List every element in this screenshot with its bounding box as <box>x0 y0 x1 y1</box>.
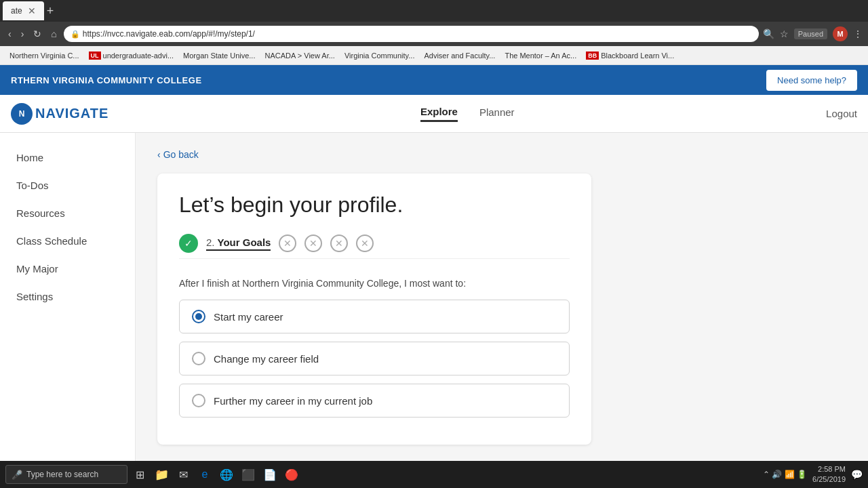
bookmark-va-community[interactable]: Virginia Community... <box>340 50 419 61</box>
radio-start-career[interactable] <box>192 310 205 323</box>
go-back-link[interactable]: ‹ Go back <box>157 149 846 160</box>
taskbar-pdf[interactable]: 📄 <box>260 465 279 484</box>
refresh-button[interactable]: ↻ <box>31 27 44 41</box>
url-text: https://nvcc.navigate.eab.com/app/#!/my/… <box>83 29 255 39</box>
profile-card: Let’s begin your profile. ✓ 2. Your Goal… <box>157 174 591 445</box>
step6-x-icon: ✕ <box>361 238 369 249</box>
step4-x-icon: ✕ <box>309 238 317 249</box>
file-explorer-icon: 📁 <box>155 468 169 482</box>
taskbar: 🎤 Type here to search ⊞ 📁 ✉ e 🌐 ⬛ 📄 🔴 ⌃ … <box>0 461 868 488</box>
pdf-icon: 📄 <box>263 468 277 481</box>
step5-indicator: ✕ <box>330 235 348 252</box>
new-tab-button[interactable]: + <box>47 4 54 18</box>
main-layout: Home To-Dos Resources Class Schedule My … <box>0 133 868 464</box>
taskbar-app2[interactable]: 🔴 <box>282 465 301 484</box>
sidebar-item-home[interactable]: Home <box>0 144 135 171</box>
nav-explore[interactable]: Explore <box>420 106 458 122</box>
bookmark-bb-icon: BB <box>586 52 599 60</box>
question-text: After I finish at Northern Virginia Comm… <box>179 278 570 289</box>
tab-bar: ate ✕ + <box>0 0 868 22</box>
forward-button[interactable]: › <box>18 27 27 41</box>
mail-icon: ✉ <box>179 468 188 481</box>
sidebar-item-my-major[interactable]: My Major <box>0 255 135 283</box>
option-change-career[interactable]: Change my career field <box>179 342 570 375</box>
nav-links: Explore Planner <box>420 106 515 122</box>
tab-title: ate <box>11 6 22 16</box>
taskbar-file-explorer[interactable]: 📁 <box>152 465 171 484</box>
sidebar-home-label: Home <box>16 152 43 163</box>
clock: 2:58 PM 6/25/2019 <box>812 464 846 485</box>
option-change-career-label: Change my career field <box>214 353 319 365</box>
bookmark-morgan-label: Morgan State Unive... <box>183 52 255 60</box>
option-start-career-label: Start my career <box>214 311 283 323</box>
taskbar-ie[interactable]: e <box>195 465 214 484</box>
bookmark-va-label: Virginia Community... <box>344 52 415 60</box>
bookmark-undergrad[interactable]: UL undergraduate-advi... <box>85 50 178 61</box>
radio-further-career[interactable] <box>192 394 205 407</box>
bookmark-mentor-label: The Mentor – An Ac... <box>505 52 576 60</box>
user-avatar[interactable]: M <box>833 26 848 41</box>
option-further-career[interactable]: Further my career in my current job <box>179 384 570 418</box>
search-icon[interactable]: 🔍 <box>763 28 774 39</box>
logo-circle: N <box>11 103 33 125</box>
taskbar-search[interactable]: 🎤 Type here to search <box>5 465 127 484</box>
sidebar-item-todos[interactable]: To-Dos <box>0 171 135 199</box>
go-back-label: Go back <box>163 149 199 160</box>
sidebar-my-major-label: My Major <box>16 263 58 274</box>
bookmark-icon[interactable]: ☆ <box>780 28 789 39</box>
app1-icon: ⬛ <box>241 468 255 481</box>
college-name: RTHERN VIRGINIA COMMUNITY COLLEGE <box>11 75 202 85</box>
search-mic-icon: 🎤 <box>12 470 22 480</box>
bookmark-ul-icon: UL <box>89 52 101 60</box>
paused-badge: Paused <box>794 28 827 39</box>
menu-icon[interactable]: ⋮ <box>853 28 863 39</box>
taskbar-mail[interactable]: ✉ <box>174 465 193 484</box>
step3-indicator: ✕ <box>279 235 296 252</box>
bookmark-blackboard[interactable]: BB Blackboard Learn Vi... <box>582 50 678 61</box>
tab-close-button[interactable]: ✕ <box>28 5 36 16</box>
taskbar-task-view[interactable]: ⊞ <box>130 465 149 484</box>
sidebar-settings-label: Settings <box>16 291 53 302</box>
bookmark-morgan[interactable]: Morgan State Unive... <box>179 50 259 61</box>
taskbar-chrome[interactable]: 🌐 <box>217 465 236 484</box>
tray-icons: ⌃ 🔊 📶 🔋 <box>763 470 807 479</box>
step6-indicator: ✕ <box>356 235 374 252</box>
option-further-career-label: Further my career in my current job <box>214 395 372 407</box>
page-title: Let’s begin your profile. <box>179 192 570 218</box>
home-button[interactable]: ⌂ <box>48 27 59 41</box>
bookmark-blackboard-label: Blackboard Learn Vi... <box>601 52 674 60</box>
back-button[interactable]: ‹ <box>5 27 14 41</box>
bookmark-mentor[interactable]: The Mentor – An Ac... <box>500 50 580 61</box>
address-bar[interactable]: 🔒 https://nvcc.navigate.eab.com/app/#!/m… <box>64 26 759 42</box>
bookmark-nacada-label: NACADA > View Ar... <box>264 52 334 60</box>
bookmark-nvcc-label: Northern Virginia C... <box>9 52 79 60</box>
sidebar-item-class-schedule[interactable]: Class Schedule <box>0 227 135 255</box>
radio-inner-start <box>195 313 202 320</box>
active-tab[interactable]: ate ✕ <box>3 1 44 20</box>
content-area: ‹ Go back Let’s begin your profile. ✓ 2.… <box>136 133 868 464</box>
steps-row: ✓ 2. Your Goals ✕ ✕ ✕ <box>179 234 570 259</box>
sidebar-item-settings[interactable]: Settings <box>0 283 135 310</box>
system-tray: ⌃ 🔊 📶 🔋 2:58 PM 6/25/2019 💬 <box>763 464 863 485</box>
bookmark-nvcc[interactable]: Northern Virginia C... <box>5 50 83 61</box>
help-button[interactable]: Need some help? <box>766 70 857 91</box>
logout-button[interactable]: Logout <box>826 108 857 119</box>
bookmark-adviser[interactable]: Adviser and Faculty... <box>420 50 499 61</box>
step3-x-icon: ✕ <box>283 238 292 249</box>
step4-indicator: ✕ <box>304 235 322 252</box>
task-view-icon: ⊞ <box>136 468 144 481</box>
check-icon: ✓ <box>184 238 193 249</box>
chrome-icon: 🌐 <box>220 468 233 481</box>
paused-label: Paused <box>798 30 823 38</box>
clock-date: 6/25/2019 <box>812 474 846 485</box>
nav-planner[interactable]: Planner <box>479 106 515 121</box>
radio-change-career[interactable] <box>192 352 205 365</box>
bookmark-nacada[interactable]: NACADA > View Ar... <box>260 50 338 61</box>
ie-icon: e <box>202 468 208 481</box>
bookmark-adviser-label: Adviser and Faculty... <box>424 52 495 60</box>
sidebar-item-resources[interactable]: Resources <box>0 199 135 227</box>
notification-icon[interactable]: 💬 <box>851 469 863 480</box>
option-start-career[interactable]: Start my career <box>179 300 570 333</box>
taskbar-app1[interactable]: ⬛ <box>239 465 258 484</box>
toolbar-icons: 🔍 ☆ Paused M ⋮ <box>763 26 863 41</box>
